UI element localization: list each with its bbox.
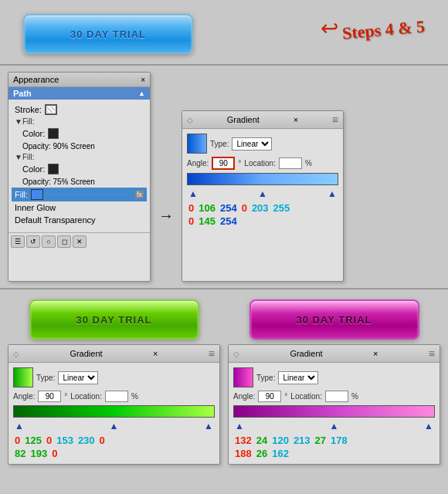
bl-c1: 153 xyxy=(56,435,73,446)
color-values-top: 0 106 254 0 203 255 0 145 254 xyxy=(187,202,338,227)
default-transparency-label: Default Transparency xyxy=(15,215,96,225)
gradient-bl-diamond: ◇ xyxy=(13,350,19,358)
cv-r2: 0 xyxy=(242,202,247,214)
bl-location-input[interactable] xyxy=(105,391,128,402)
bl-stop-right[interactable]: ▲ xyxy=(204,421,213,431)
opacity2-row: Opacity: 75% Screen xyxy=(12,176,147,188)
gradient-preview-purple xyxy=(233,367,253,387)
type-select[interactable]: Linear xyxy=(232,137,272,151)
appearance-panel: Appearance × Path ▲ Stroke: ▼Fill: Color… xyxy=(8,72,151,282)
color2-swatch[interactable] xyxy=(48,164,59,174)
scroll-up-btn[interactable]: ▲ xyxy=(138,90,145,97)
fill3-row[interactable]: Fill: fx xyxy=(12,188,147,201)
gradient-br-type-row: Type: Linear xyxy=(233,367,435,387)
location-label: Location: xyxy=(244,159,276,167)
cv-row2: 0 145 254 xyxy=(187,215,338,227)
trial-button-green-label: 30 DAY TRIAL xyxy=(76,314,152,326)
gradient-br-options[interactable]: ≡ xyxy=(429,347,435,360)
stop-left[interactable]: ▲ xyxy=(188,188,198,199)
color1-swatch[interactable] xyxy=(48,128,59,139)
br-stop-center[interactable]: ▲ xyxy=(330,421,339,431)
middle-section: Appearance × Path ▲ Stroke: ▼Fill: Color… xyxy=(0,66,448,289)
gradient-bar-purple[interactable] xyxy=(233,405,435,418)
br-stop-right[interactable]: ▲ xyxy=(424,421,433,431)
stop-center[interactable]: ▲ xyxy=(258,188,267,199)
percent-label: % xyxy=(305,159,312,167)
color2-label: Color: xyxy=(15,164,45,174)
trial-button-green[interactable]: 30 DAY TRIAL xyxy=(29,299,199,340)
bl-r2: 0 xyxy=(46,435,52,446)
bl-angle-input[interactable] xyxy=(38,391,61,402)
toolbar-btn-5[interactable]: ✕ xyxy=(73,235,87,248)
gradient-br-title: Gradient xyxy=(290,349,322,358)
gradient-top-title: Gradient xyxy=(227,115,260,124)
br-g3: 26 xyxy=(256,448,267,459)
br-r1: 132 xyxy=(235,435,252,446)
fill1-section: ▼Fill: xyxy=(12,117,147,127)
br-cv-row2: 188 26 162 xyxy=(233,448,435,459)
bl-g3: 193 xyxy=(30,448,47,459)
opacity1-row: Opacity: 90% Screen xyxy=(12,140,147,152)
cv-c2: 255 xyxy=(273,202,290,214)
trial-button-blue[interactable]: 30 DAY TRIAL xyxy=(23,14,193,54)
toolbar-btn-2[interactable]: ↺ xyxy=(26,235,40,248)
bl-stop-center[interactable]: ▲ xyxy=(110,421,119,431)
bottom-right: 30 DAY TRIAL ◇ Gradient × ≡ Type: Linear xyxy=(228,296,440,488)
appearance-close-button[interactable]: × xyxy=(141,76,145,84)
cv-b1: 254 xyxy=(220,202,237,214)
br-angle-label: Angle: xyxy=(233,392,255,401)
toolbar-btn-4[interactable]: ◻ xyxy=(57,235,71,248)
cv-r3: 0 xyxy=(188,215,194,227)
fill3-swatch[interactable] xyxy=(31,189,43,200)
gradient-bl-options[interactable]: ≡ xyxy=(209,347,215,360)
bl-type-select[interactable]: Linear xyxy=(58,371,98,384)
gradient-header-top: ◇ Gradient × ≡ xyxy=(182,111,343,129)
br-location-label: Location: xyxy=(290,392,322,401)
gradient-top-body: Type: Linear Angle: 90 ° Location: % ▲ ▲… xyxy=(182,129,343,232)
cv-row1: 0 106 254 0 203 255 xyxy=(187,202,338,214)
toolbar-btn-3[interactable]: ○ xyxy=(42,235,56,248)
gradient-bar-green[interactable] xyxy=(13,405,215,418)
br-type-select[interactable]: Linear xyxy=(278,371,318,384)
stop-right[interactable]: ▲ xyxy=(328,188,337,199)
gradient-bl-angle-row: Angle: ° Location: % xyxy=(13,391,215,402)
gradient-bl-close[interactable]: × xyxy=(153,349,158,358)
bottom-section: 30 DAY TRIAL ◇ Gradient × ≡ Type: Linear xyxy=(0,289,448,494)
br-g2: 27 xyxy=(315,435,326,446)
stroke-swatch[interactable] xyxy=(45,104,57,115)
gradient-panel-bottom-left: ◇ Gradient × ≡ Type: Linear Angle: ° Lo xyxy=(8,344,220,465)
angle-label: Angle: xyxy=(187,159,209,167)
gradient-bl-body: Type: Linear Angle: ° Location: % ▲ ▲ xyxy=(8,363,219,464)
location-input[interactable] xyxy=(279,157,302,169)
opacity1-label: Opacity: 90% Screen xyxy=(15,142,95,151)
br-stop-left[interactable]: ▲ xyxy=(235,421,244,431)
gradient-top-close[interactable]: × xyxy=(294,115,298,124)
br-c2: 213 xyxy=(294,435,311,446)
gradient-br-close[interactable]: × xyxy=(373,349,378,358)
br-location-input[interactable] xyxy=(325,391,348,402)
stroke-row: Stroke: xyxy=(12,103,147,117)
degree-symbol: ° xyxy=(238,159,241,167)
bl-r4: 0 xyxy=(52,448,57,459)
gradient-options-btn[interactable]: ≡ xyxy=(332,113,338,126)
toolbar-btn-1[interactable]: ☰ xyxy=(11,235,25,248)
bl-stop-left[interactable]: ▲ xyxy=(15,421,24,431)
color-values-br: 132 24 120 213 27 178 188 26 162 xyxy=(233,435,435,459)
inner-glow-label: Inner Glow xyxy=(15,203,56,212)
path-label: Path xyxy=(13,89,32,98)
gradient-angle-row: Angle: 90 ° Location: % xyxy=(187,157,338,170)
gradient-type-row: Type: Linear xyxy=(187,134,338,154)
fx-badge[interactable]: fx xyxy=(135,191,144,198)
default-transparency-row: Default Transparency xyxy=(12,214,147,226)
bl-type-label: Type: xyxy=(36,374,55,382)
br-c1: 120 xyxy=(272,435,289,446)
trial-button-purple[interactable]: 30 DAY TRIAL xyxy=(249,299,419,340)
br-r2: 188 xyxy=(235,448,252,459)
gradient-bl-type-row: Type: Linear xyxy=(13,367,215,387)
top-section: 30 DAY TRIAL ↩ Steps 4 & 5 xyxy=(0,0,448,66)
br-angle-input[interactable] xyxy=(258,391,281,402)
bl-angle-label: Angle: xyxy=(13,392,35,401)
gradient-bar-blue[interactable] xyxy=(187,173,338,185)
angle-input[interactable]: 90 xyxy=(212,157,235,170)
connect-arrow: → xyxy=(158,149,174,282)
